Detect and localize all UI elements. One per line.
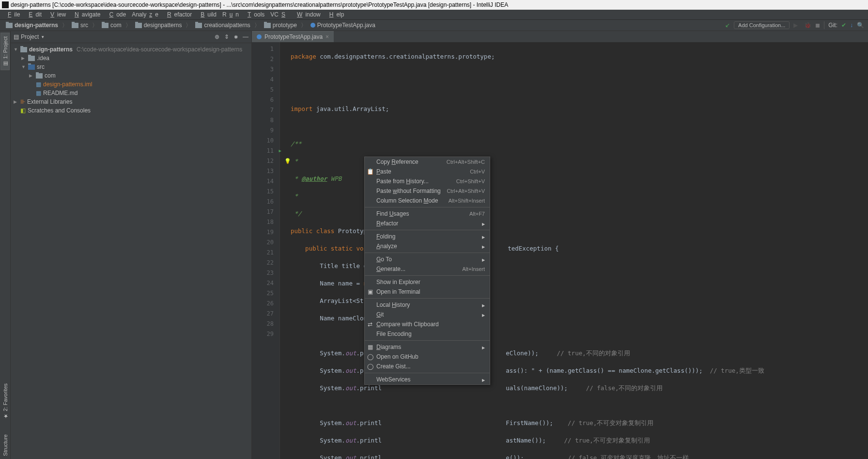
menu-navigate[interactable]: Navigate bbox=[69, 11, 103, 18]
menu-tools[interactable]: Tools bbox=[242, 11, 267, 18]
collapse-all-icon[interactable]: ⇕ bbox=[224, 33, 229, 40]
editor-tab-active[interactable]: PrototypeTestApp.java bbox=[252, 31, 334, 42]
ctx-item-folding[interactable]: Folding bbox=[365, 232, 490, 241]
add-configuration-button[interactable]: Add Configuration... bbox=[734, 21, 790, 29]
stop-icon[interactable]: ◼ bbox=[815, 22, 820, 29]
ctx-item-webservices[interactable]: WebServices bbox=[365, 375, 490, 384]
folder-icon bbox=[264, 23, 271, 28]
ctx-item-go-to[interactable]: Go To bbox=[365, 254, 490, 264]
ctx-item-compare-with-clipboard[interactable]: ⇄Compare with Clipboard bbox=[365, 319, 490, 329]
ctx-separator bbox=[365, 275, 490, 276]
tree-idea[interactable]: .idea bbox=[11, 54, 251, 63]
java-file-icon bbox=[310, 23, 315, 28]
ctx-item-git[interactable]: Git bbox=[365, 310, 490, 319]
tree-com[interactable]: com bbox=[11, 71, 251, 80]
ctx-item-show-in-explorer[interactable]: Show in Explorer bbox=[365, 277, 490, 287]
crumb-src[interactable]: src bbox=[70, 22, 90, 29]
ctx-item-file-encoding[interactable]: File Encoding bbox=[365, 329, 490, 339]
ctx-separator bbox=[365, 230, 490, 230]
folder-icon bbox=[6, 23, 13, 28]
editor-area: PrototypeTestApp.java 12345 678910 11121… bbox=[252, 31, 868, 459]
ctx-item-local-history[interactable]: Local History bbox=[365, 300, 490, 310]
src-folder-icon bbox=[28, 64, 35, 70]
tree-ext-lib[interactable]: ⊪ External Libraries bbox=[11, 97, 251, 106]
ctx-item-paste[interactable]: 📋PasteCtrl+V bbox=[365, 167, 490, 176]
sidebar-tab-favorites[interactable]: ★ 2: Favorites bbox=[1, 380, 9, 422]
menu-code[interactable]: Code bbox=[103, 11, 129, 18]
menu-build[interactable]: Build bbox=[195, 11, 219, 18]
app-icon bbox=[2, 1, 9, 8]
git-commit-icon[interactable]: ✔ bbox=[841, 22, 846, 29]
tree-src[interactable]: src bbox=[11, 63, 251, 71]
folder-icon bbox=[36, 73, 43, 79]
crumb-proto[interactable]: prototype bbox=[262, 22, 299, 29]
sidebar-tab-project[interactable]: ▤ 1: Project bbox=[0, 33, 10, 70]
close-tab-icon[interactable] bbox=[326, 33, 329, 40]
folder-icon bbox=[20, 47, 27, 52]
menu-refactor[interactable]: Refactor bbox=[161, 11, 195, 18]
folder-icon bbox=[72, 23, 78, 28]
git-update-icon[interactable]: ↓ bbox=[850, 22, 853, 29]
fold-bar bbox=[280, 42, 287, 459]
tree-readme[interactable]: ▦ README.md bbox=[11, 89, 251, 97]
title-bar: design-patterns [C:\code-workspace\idea-… bbox=[0, 0, 868, 10]
md-icon: ▦ bbox=[36, 90, 41, 96]
ctx-item-open-on-github[interactable]: ◯Open on GitHub bbox=[365, 352, 490, 362]
ctx-item-paste-from-history-[interactable]: Paste from History...Ctrl+Shift+V bbox=[365, 176, 490, 186]
ctx-item-generate-[interactable]: Generate...Alt+Insert bbox=[365, 264, 490, 274]
ctx-separator bbox=[365, 298, 490, 299]
sidebar-tab-structure[interactable]: Structure bbox=[1, 431, 9, 459]
menu-window[interactable]: Window bbox=[291, 11, 324, 18]
debug-icon[interactable]: 🐞 bbox=[804, 22, 811, 29]
ctx-item-paste-without-formatting[interactable]: Paste without FormattingCtrl+Alt+Shift+V bbox=[365, 186, 490, 196]
left-tool-strip: ▤ 1: Project ★ 2: Favorites Structure bbox=[0, 31, 11, 459]
tree-scratch[interactable]: ◧ Scratches and Consoles bbox=[11, 106, 251, 115]
locate-icon[interactable] bbox=[215, 33, 219, 40]
library-icon: ⊪ bbox=[20, 98, 25, 105]
ctx-item-refactor[interactable]: Refactor bbox=[365, 219, 490, 228]
java-file-icon bbox=[257, 34, 262, 39]
ctx-item-copy-reference[interactable]: Copy ReferenceCtrl+Alt+Shift+C bbox=[365, 157, 490, 167]
ctx-item-analyze[interactable]: Analyze bbox=[365, 241, 490, 251]
dropdown-icon[interactable]: ▼ bbox=[41, 35, 45, 39]
folder-icon bbox=[195, 23, 202, 28]
tree-root[interactable]: design-patterns C:\code-workspace\idea-s… bbox=[11, 45, 251, 54]
ctx-item-diagrams[interactable]: ▦Diagrams bbox=[365, 342, 490, 352]
menu-vcs[interactable]: VCS bbox=[267, 11, 291, 18]
crumb-project[interactable]: design-patterns bbox=[4, 22, 60, 29]
build-ok-icon[interactable]: ↙ bbox=[725, 22, 730, 29]
menu-file[interactable]: File bbox=[2, 11, 23, 18]
crumb-com[interactable]: com bbox=[100, 22, 124, 29]
folder-icon bbox=[102, 23, 108, 28]
folder-icon bbox=[135, 23, 142, 28]
project-tree: design-patterns C:\code-workspace\idea-s… bbox=[11, 43, 251, 117]
ctx-item-open-in-terminal[interactable]: ▣Open in Terminal bbox=[365, 287, 490, 297]
ctx-item-create-gist-[interactable]: ◯Create Gist... bbox=[365, 362, 490, 371]
iml-icon: ▦ bbox=[36, 81, 41, 88]
project-header: ▤ Project ▼ ⇕ — bbox=[11, 31, 251, 43]
hide-icon[interactable]: — bbox=[243, 33, 248, 40]
project-panel: ▤ Project ▼ ⇕ — design-patterns C:\code-… bbox=[11, 31, 252, 459]
search-icon[interactable]: 🔍 bbox=[857, 22, 864, 29]
tree-iml[interactable]: ▦ design-patterns.iml bbox=[11, 80, 251, 89]
git-label: Git: bbox=[828, 22, 837, 29]
menu-bar: File Edit View Navigate Code Analyze Ref… bbox=[0, 10, 868, 19]
code-viewport[interactable]: 12345 678910 1112131415 1617181920 21222… bbox=[252, 42, 868, 459]
ctx-separator bbox=[365, 340, 490, 341]
menu-edit[interactable]: Edit bbox=[23, 11, 45, 18]
line-gutter: 12345 678910 1112131415 1617181920 21222… bbox=[252, 42, 280, 459]
settings-icon[interactable] bbox=[234, 33, 238, 40]
ctx-item-column-selection-mode[interactable]: Column Selection ModeAlt+Shift+Insert bbox=[365, 196, 490, 206]
menu-analyze[interactable]: Analyze bbox=[129, 11, 161, 18]
crumb-cp[interactable]: creationalpatterns bbox=[193, 22, 252, 29]
project-label[interactable]: Project bbox=[21, 33, 39, 40]
ctx-separator bbox=[365, 253, 490, 253]
menu-view[interactable]: View bbox=[45, 11, 69, 18]
menu-help[interactable]: Help bbox=[324, 11, 347, 18]
crumb-dp[interactable]: designpatterns bbox=[133, 22, 184, 29]
run-icon[interactable] bbox=[793, 22, 800, 29]
menu-run[interactable]: Run bbox=[219, 11, 242, 18]
folder-icon bbox=[28, 56, 35, 61]
crumb-file[interactable]: PrototypeTestApp.java bbox=[309, 22, 377, 29]
ctx-item-find-usages[interactable]: Find UsagesAlt+F7 bbox=[365, 209, 490, 219]
